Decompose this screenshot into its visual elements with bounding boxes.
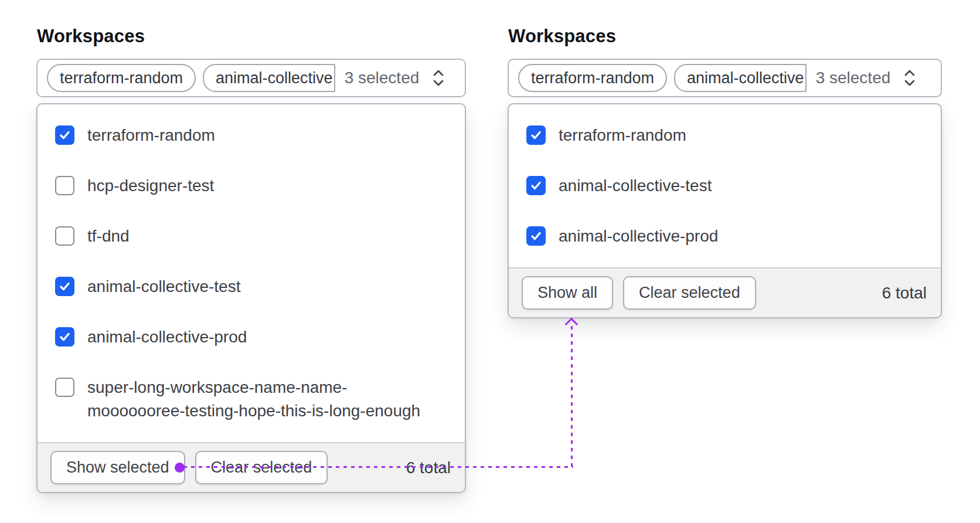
workspace-option[interactable]: hcp-designer-test (38, 161, 465, 211)
clear-selected-button[interactable]: Clear selected (623, 276, 756, 310)
workspace-option[interactable]: tf-dnd (38, 211, 465, 262)
panel-title: Workspaces (37, 26, 466, 47)
workspace-option[interactable]: animal-collective-prod (509, 211, 941, 262)
checkbox[interactable] (55, 176, 74, 195)
checkbox[interactable] (526, 226, 546, 246)
annotation-arrowhead-icon (565, 318, 579, 331)
checkbox[interactable] (55, 277, 74, 296)
workspace-listbox: terraform-random animal-collective-test … (508, 103, 942, 318)
workspace-pill-truncated: animal-collective (674, 64, 807, 92)
option-list: terraform-random animal-collective-test … (509, 104, 941, 267)
chevrons-up-down-icon (901, 67, 918, 89)
option-label: super-long-workspace-name-name-moooooore… (87, 376, 440, 423)
show-all-button[interactable]: Show all (522, 276, 613, 310)
workspace-pill: terraform-random (47, 64, 196, 92)
option-label: animal-collective-test (559, 174, 712, 198)
workspace-option[interactable]: animal-collective-test (509, 161, 941, 211)
option-label: terraform-random (559, 124, 686, 147)
workspace-option[interactable]: terraform-random (509, 110, 941, 161)
workspace-pill: terraform-random (518, 64, 667, 92)
checkbox[interactable] (55, 327, 74, 347)
option-label: terraform-random (87, 124, 215, 147)
workspace-option[interactable]: animal-collective-test (38, 262, 465, 312)
checkbox[interactable] (526, 176, 546, 195)
total-count: 6 total (882, 284, 928, 303)
option-label: tf-dnd (87, 225, 130, 248)
workspace-option[interactable]: terraform-random (38, 110, 465, 161)
checkbox[interactable] (55, 378, 74, 397)
checkbox[interactable] (526, 125, 546, 145)
multiselect-trigger[interactable]: terraform-random animal-collective 3 sel… (508, 59, 942, 97)
multiselect-trigger[interactable]: terraform-random animal-collective 3 sel… (36, 59, 466, 97)
workspace-pill-truncated: animal-collective (203, 64, 335, 92)
checkbox[interactable] (55, 125, 74, 145)
chevrons-up-down-icon (430, 67, 447, 89)
workspaces-panel-left: Workspaces terraform-random animal-colle… (36, 26, 466, 493)
show-selected-button[interactable]: Show selected (50, 451, 185, 484)
annotation-line-vertical (571, 326, 573, 468)
selected-count: 3 selected (345, 69, 420, 87)
checkbox[interactable] (55, 226, 74, 246)
selected-count: 3 selected (816, 69, 891, 87)
panel-title: Workspaces (508, 26, 942, 47)
workspace-option[interactable]: animal-collective-prod (38, 312, 465, 362)
listbox-footer: Show all Clear selected 6 total (509, 267, 941, 317)
option-label: animal-collective-prod (87, 325, 247, 349)
workspaces-panel-right: Workspaces terraform-random animal-colle… (508, 26, 942, 318)
workspace-option[interactable]: super-long-workspace-name-name-moooooore… (38, 362, 465, 436)
option-label: animal-collective-prod (559, 225, 718, 248)
workspace-listbox: terraform-random hcp-designer-test tf-dn… (36, 103, 466, 493)
annotation-line-horizontal (183, 466, 573, 468)
option-list: terraform-random hcp-designer-test tf-dn… (38, 104, 465, 442)
option-label: animal-collective-test (87, 275, 240, 298)
option-label: hcp-designer-test (87, 174, 214, 198)
